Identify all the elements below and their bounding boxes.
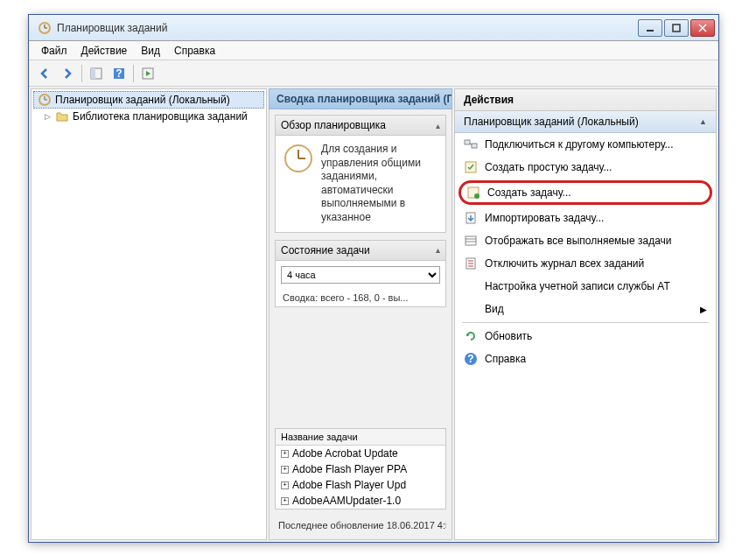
action-import[interactable]: Импортировать задачу... (455, 207, 716, 229)
minimize-button[interactable] (638, 19, 662, 37)
folder-icon (55, 109, 69, 123)
blank-icon (464, 302, 478, 316)
content-area: Планировщик заданий (Локальный) ▷ Библио… (29, 87, 718, 542)
expand-icon[interactable]: + (281, 450, 289, 458)
svg-text:?: ? (467, 353, 473, 365)
expand-icon[interactable]: + (281, 466, 289, 474)
action-view[interactable]: Вид ▶ (455, 298, 716, 320)
toolbar-separator (81, 65, 82, 82)
expand-icon[interactable]: + (281, 481, 289, 489)
svg-rect-19 (472, 144, 477, 148)
maximize-button[interactable] (664, 19, 689, 37)
overview-text: Для создания и управления общими задания… (321, 143, 438, 225)
task-list: Название задачи +Adobe Acrobat Update +A… (275, 428, 446, 509)
action-show-running[interactable]: Отображать все выполняемые задачи (455, 229, 716, 252)
submenu-arrow-icon: ▶ (700, 305, 707, 314)
toolbar: ? (29, 60, 718, 87)
task-row[interactable]: +AdobeAAMUpdater-1.0 (276, 493, 445, 509)
svg-rect-18 (465, 140, 470, 144)
tree-panel[interactable]: Планировщик заданий (Локальный) ▷ Библио… (31, 88, 267, 540)
help-icon: ? (464, 352, 478, 366)
action-refresh[interactable]: Обновить (455, 325, 716, 348)
summary-text: Сводка: всего - 168, 0 - вы... (276, 289, 445, 306)
back-button[interactable] (34, 63, 55, 84)
clock-icon (38, 93, 52, 107)
actions-section-header[interactable]: Планировщик заданий (Локальный) ▲ (455, 111, 716, 133)
last-update: Последнее обновление 18.06.2017 4:5 (275, 516, 446, 534)
actions-panel: Действия Планировщик заданий (Локальный)… (454, 88, 717, 540)
actions-body: Планировщик заданий (Локальный) ▲ Подклю… (454, 111, 717, 540)
titlebar[interactable]: Планировщик заданий (29, 15, 718, 41)
run-button[interactable] (137, 63, 158, 84)
menu-view[interactable]: Вид (134, 43, 167, 59)
action-at-config[interactable]: Настройка учетной записи службы AT (455, 275, 716, 298)
expand-icon[interactable]: + (281, 497, 289, 505)
show-hide-tree-button[interactable] (86, 63, 107, 84)
help-button[interactable]: ? (108, 63, 130, 84)
task-name-column[interactable]: Название задачи (276, 429, 445, 446)
overview-content: Для создания и управления общими задания… (276, 136, 445, 232)
app-icon (38, 21, 52, 35)
status-header[interactable]: Состояние задачи ▴ (276, 241, 445, 261)
summary-body: Обзор планировщика ▴ Для создания и упра… (269, 109, 452, 540)
task-row[interactable]: +Adobe Acrobat Update (276, 446, 445, 461)
menu-action[interactable]: Действие (74, 43, 135, 59)
clock-icon (283, 143, 314, 174)
svg-point-23 (474, 193, 480, 199)
tree-root[interactable]: Планировщик заданий (Локальный) (33, 91, 264, 109)
actions-section-label: Планировщик заданий (Локальный) (464, 116, 639, 128)
tree-library[interactable]: ▷ Библиотека планировщика заданий (33, 109, 264, 124)
menubar: Файл Действие Вид Справка (29, 41, 718, 60)
action-help[interactable]: ? Справка (455, 348, 716, 370)
tree-root-label: Планировщик заданий (Локальный) (55, 94, 230, 106)
time-period-select[interactable]: 4 часа (281, 266, 440, 284)
action-create-basic[interactable]: Создать простую задачу... (455, 156, 716, 179)
blank-icon (464, 279, 478, 293)
window-controls (638, 19, 715, 37)
overview-section: Обзор планировщика ▴ Для создания и упра… (275, 115, 446, 233)
action-disable-log[interactable]: Отключить журнал всех заданий (455, 252, 716, 275)
toolbar-separator (133, 65, 134, 82)
action-create-task[interactable]: Создать задачу... (458, 180, 712, 205)
running-icon (464, 234, 478, 248)
create-task-icon (466, 186, 480, 200)
window-title: Планировщик заданий (57, 22, 638, 34)
task-row[interactable]: +Adobe Flash Player Upd (276, 477, 445, 493)
task-scheduler-window: Планировщик заданий Файл Действие Вид Сп… (28, 14, 719, 543)
status-title: Состояние задачи (281, 244, 370, 256)
menu-help[interactable]: Справка (167, 43, 222, 59)
forward-button[interactable] (57, 63, 78, 84)
tree-library-label: Библиотека планировщика заданий (73, 110, 248, 123)
menu-file[interactable]: Файл (34, 43, 74, 59)
svg-rect-8 (91, 68, 95, 79)
log-icon (464, 256, 478, 270)
overview-title: Обзор планировщика (281, 119, 386, 131)
action-connect[interactable]: Подключиться к другому компьютеру... (455, 133, 716, 156)
summary-panel: Сводка планировщика заданий (После… Обзо… (269, 88, 452, 540)
refresh-icon (464, 329, 478, 343)
task-row[interactable]: +Adobe Flash Player PPA (276, 461, 445, 477)
expand-icon[interactable]: ▷ (44, 113, 52, 121)
collapse-icon[interactable]: ▲ (699, 117, 707, 126)
svg-rect-25 (466, 236, 476, 245)
import-icon (464, 211, 478, 225)
connect-icon (464, 137, 478, 151)
svg-rect-4 (673, 25, 680, 32)
svg-text:?: ? (116, 67, 122, 80)
status-section: Состояние задачи ▴ 4 часа Сводка: всего … (275, 240, 446, 307)
actions-title: Действия (454, 88, 717, 111)
collapse-icon[interactable]: ▴ (436, 121, 440, 130)
collapse-icon[interactable]: ▴ (436, 245, 440, 255)
close-button[interactable] (690, 19, 715, 37)
wizard-icon (464, 160, 478, 174)
separator (462, 322, 709, 323)
summary-header: Сводка планировщика заданий (После… (269, 88, 452, 109)
overview-header[interactable]: Обзор планировщика ▴ (276, 116, 445, 136)
